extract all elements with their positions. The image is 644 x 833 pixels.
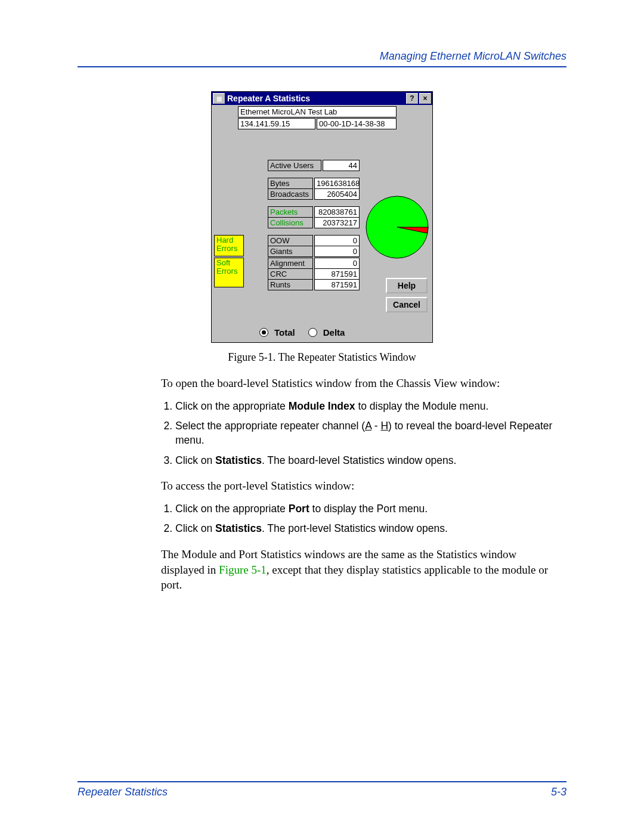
figure-caption: Figure 5-1. The Repeater Statistics Wind…: [78, 351, 566, 364]
alignment-value: 0: [314, 258, 360, 269]
broadcasts-label: Broadcasts: [268, 188, 313, 200]
list-item: Click on Statistics. The board-level Sta…: [175, 454, 561, 468]
packets-collisions-pie-chart: [364, 194, 430, 262]
help-icon[interactable]: ?: [406, 93, 418, 104]
soft-errors-label: SoftErrors: [214, 258, 244, 287]
close-icon[interactable]: ×: [419, 93, 431, 104]
window-title: Repeater A Statistics: [227, 94, 405, 103]
mode-radio-group: Total Delta: [259, 327, 345, 337]
repeater-stats-window: ▦ Repeater A Statistics ? × Ethernet Mic…: [211, 91, 433, 343]
giants-label: Giants: [268, 246, 313, 257]
closing-paragraph: The Module and Port Statistics windows a…: [161, 547, 561, 593]
footer-section-title: Repeater Statistics: [78, 786, 168, 798]
collisions-label: Collisions: [268, 217, 313, 228]
runts-value: 871591: [314, 279, 360, 290]
cancel-button[interactable]: Cancel: [386, 297, 428, 312]
delta-radio[interactable]: [308, 328, 317, 337]
broadcasts-value: 2605404: [314, 188, 360, 200]
system-menu-icon[interactable]: ▦: [213, 93, 225, 104]
ip-field: 134.141.59.15: [238, 118, 315, 129]
page-footer: Repeater Statistics 5-3: [78, 781, 566, 798]
header-rule: [78, 66, 566, 67]
footer-rule: [78, 781, 566, 782]
page-number: 5-3: [551, 786, 566, 798]
oow-label: OOW: [268, 235, 313, 246]
device-name-field: Ethernet MicroLAN Test Lab: [238, 106, 397, 117]
hard-errors-label: HardErrors: [214, 235, 244, 256]
alignment-label: Alignment: [268, 258, 313, 269]
help-button[interactable]: Help: [386, 278, 428, 293]
window-body: Ethernet MicroLAN Test Lab 134.141.59.15…: [212, 105, 432, 342]
body-text: To open the board-level Statistics windo…: [161, 376, 561, 593]
active-users-value: 44: [323, 160, 360, 171]
total-radio-label: Total: [274, 327, 295, 337]
page-header-title: Managing Ethernet MicroLAN Switches: [78, 50, 566, 63]
delta-radio-label: Delta: [323, 327, 345, 337]
collisions-value: 20373217: [314, 217, 360, 228]
bytes-value: 1961638168: [314, 178, 360, 189]
total-radio[interactable]: [259, 328, 268, 337]
list-item: Click on the appropriate Port to display…: [175, 502, 561, 516]
figure-reference-link[interactable]: Figure 5-1: [219, 563, 267, 576]
runts-label: Runts: [268, 279, 313, 290]
intro-2: To access the port-level Statistics wind…: [161, 478, 561, 494]
list-item: Click on the appropriate Module Index to…: [175, 400, 561, 414]
active-users-label: Active Users: [268, 160, 321, 171]
figure-wrap: ▦ Repeater A Statistics ? × Ethernet Mic…: [78, 91, 566, 364]
crc-label: CRC: [268, 268, 313, 280]
bytes-label: Bytes: [268, 178, 313, 189]
crc-value: 871591: [314, 268, 360, 280]
steps-list-1: Click on the appropriate Module Index to…: [161, 400, 561, 468]
giants-value: 0: [314, 246, 360, 257]
oow-value: 0: [314, 235, 360, 246]
mac-field: 00-00-1D-14-38-38: [317, 118, 397, 129]
list-item: Click on Statistics. The port-level Stat…: [175, 522, 561, 536]
list-item: Select the appropriate repeater channel …: [175, 419, 561, 447]
steps-list-2: Click on the appropriate Port to display…: [161, 502, 561, 536]
packets-value: 820838761: [314, 206, 360, 218]
packets-label: Packets: [268, 206, 313, 218]
intro-1: To open the board-level Statistics windo…: [161, 376, 561, 391]
window-titlebar: ▦ Repeater A Statistics ? ×: [212, 92, 432, 105]
